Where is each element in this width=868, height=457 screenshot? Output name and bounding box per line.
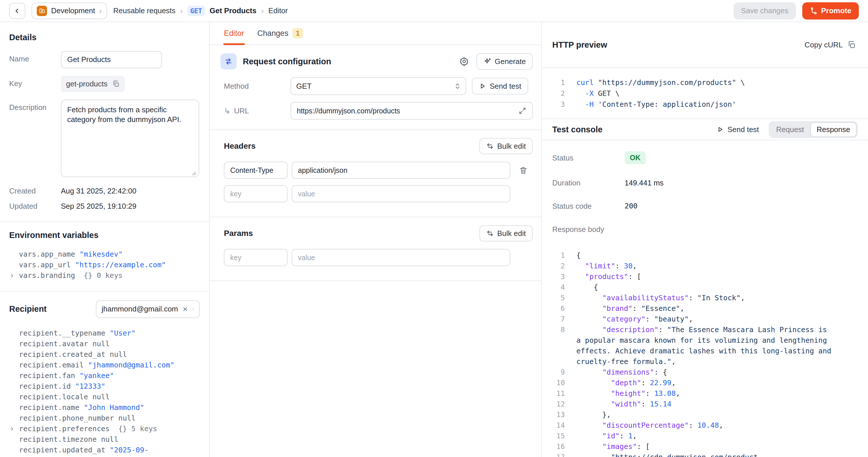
code-token: : [689,421,697,429]
duration-row: Duration 149.441 ms [552,179,858,187]
tab-changes[interactable]: Changes 1 [257,22,303,44]
code-token: recipient.locale [19,393,92,401]
code-token: , [676,389,680,398]
settings-button[interactable] [458,55,471,68]
tab-bar: Editor Changes 1 [210,22,541,45]
code-token: : [620,432,628,440]
line-number: 16 [552,441,565,452]
breadcrumb-section[interactable]: Reusable requests [113,6,176,15]
created-row: Created Aug 31 2025, 22:42:00 [9,187,200,195]
recipient-select[interactable]: jhammond@gmail.com × [96,300,200,318]
line-number: 7 [552,314,565,324]
description-textarea[interactable]: Fetch products from a specific category … [61,100,199,177]
code-token: recipient.email [19,361,88,369]
delete-header-button[interactable] [518,165,529,176]
updated-row: Updated Sep 25 2025, 19:10:29 [9,202,200,211]
name-input[interactable] [61,51,162,68]
params-bulk-edit-button[interactable]: Bulk edit [479,225,533,241]
code-line: 7 "category": "beauty", [552,314,858,324]
status-row: Status OK [552,154,858,164]
send-test-button[interactable]: Send test [472,78,528,94]
generate-button[interactable]: Generate [476,53,533,70]
code-token [577,432,602,440]
environment-switcher[interactable]: Development › [32,3,107,19]
code-token: "User" [110,329,135,337]
code-token: recipient.updated_at [19,446,110,454]
code-token [577,100,585,109]
param-key-input[interactable] [224,249,288,266]
code-text: "limit": 30, [577,261,637,271]
key-value-pill: get-products [61,76,125,92]
expander-chevron-icon[interactable]: › [10,270,14,281]
code-token: "height" [611,389,645,398]
line-number: 1 [552,77,565,88]
code-text: recipient.__typename "User" [19,328,135,338]
code-text: { [577,250,581,261]
clear-icon[interactable]: × [183,305,188,313]
console-fields: Status OK Duration 149.441 ms Status cod… [542,141,868,244]
code-token: : [646,389,654,398]
tab-editor[interactable]: Editor [224,22,244,44]
header-value-input[interactable] [291,185,510,202]
code-token: "width" [611,400,641,408]
expander-chevron-icon[interactable]: › [10,423,14,434]
code-line: 1{ [552,250,858,261]
header-value-input[interactable] [291,162,510,179]
promote-button[interactable]: Promote [802,2,859,20]
code-token: "jhammond@gmail.com" [88,361,175,369]
header-key-input[interactable] [224,162,288,179]
code-line: ›vars.branding {} 0 keys [9,270,200,281]
code-text: "height": 13.08, [577,388,680,399]
recipient-title: Recipient [9,304,47,314]
line-number: 3 [552,99,565,110]
duration-value: 149.441 ms [625,179,663,187]
method-select[interactable]: GET [290,77,466,95]
console-send-test-button[interactable]: Send test [715,125,761,134]
save-changes-button[interactable]: Save changes [734,2,796,20]
environment-variables-title: Environment variables [9,230,200,240]
code-text: recipient.fan "yankee" [19,370,114,381]
folder-icon [37,6,47,16]
expand-url-button[interactable] [517,105,528,116]
code-line: 13 }, [552,409,858,420]
code-line: recipient.__typename "User" [9,328,200,338]
code-token [577,421,602,429]
chevron-right-icon: › [180,7,183,15]
status-code-label: Status code [552,202,625,211]
code-token: "https://dummyjson.com/products" [598,79,736,87]
header-key-input[interactable] [224,185,288,202]
response-tab[interactable]: Response [810,122,857,137]
code-token: 15.14 [650,400,671,408]
resize-handle-icon[interactable] [191,171,196,176]
back-button[interactable] [9,3,25,19]
code-text: -X GET \ [577,88,620,99]
code-token: "images" [602,443,637,451]
headers-bulk-edit-button[interactable]: Bulk edit [479,138,533,154]
code-token: "limit" [585,262,615,270]
breadcrumb-request-name[interactable]: Get Products [210,6,256,15]
code-text: "description": "The Essence Mascara Lash… [577,324,836,367]
environment-variables-section: Environment variables vars.app_name "mik… [0,221,209,291]
code-line: 17 "https://cdn.dummyjson.com/product-im… [552,452,858,457]
code-token: recipient.phone_number [19,414,118,422]
code-token: -X [585,89,594,98]
code-token: 10.48 [697,421,719,429]
preview-panel: HTTP preview Copy cURL 1curl "https://du… [541,22,868,457]
code-line: ›recipient.preferences {} 5 keys [9,423,200,434]
code-text: "category": "beauty", [577,314,693,324]
code-token: \ [736,79,745,87]
copy-curl-button[interactable]: Copy cURL [803,40,858,50]
line-number: 8 [552,324,565,367]
code-token: -H [585,100,594,109]
code-line: 2 "limit": 30, [552,261,858,271]
code-token [577,389,611,398]
url-row: ↳ URL [210,102,541,120]
breadcrumb: Reusable requests › GET Get Products › E… [113,6,288,16]
code-text: { [577,282,598,293]
request-tab[interactable]: Request [770,122,810,137]
send-test-label: Send test [490,82,521,91]
code-line: 3 -H 'Content-Type: application/json' [552,99,858,110]
copy-icon[interactable] [112,80,120,88]
url-input[interactable] [290,102,533,120]
param-value-input[interactable] [291,249,510,266]
